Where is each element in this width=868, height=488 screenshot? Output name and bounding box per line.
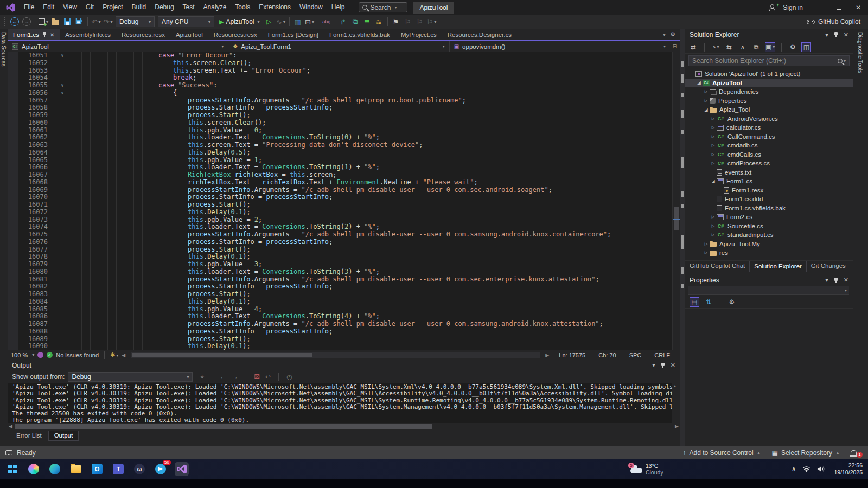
clear-all-icon[interactable]: ☒	[254, 373, 260, 381]
code-map-button[interactable]: ⧉	[349, 16, 361, 28]
bookmark-button[interactable]: ⚑	[390, 16, 402, 28]
tree-expander[interactable]: ▷	[710, 125, 717, 130]
notifications-button[interactable]: 1	[851, 447, 863, 458]
start-without-debugging-button[interactable]: ▷	[263, 16, 275, 28]
select-repository-button[interactable]: ▦ Select Repository ▴	[772, 449, 839, 457]
taskbar-app-visual-studio[interactable]	[175, 462, 189, 476]
preview-selected-icon[interactable]: ◫	[801, 42, 811, 52]
tree-expander[interactable]: ▷	[710, 233, 717, 237]
close-button[interactable]: ✕	[848, 0, 868, 15]
taskbar-app-copilot[interactable]	[27, 462, 41, 476]
menu-debug[interactable]: Debug	[150, 0, 178, 15]
line-ending-indicator[interactable]: CRLF	[648, 352, 676, 358]
sign-in-button[interactable]: ✦ Sign in	[763, 4, 809, 11]
gear-icon[interactable]: ⚙	[670, 31, 675, 38]
tree-item-form1-cs-vbfields-bak[interactable]: Form1.cs.vbfields.bak	[685, 204, 853, 213]
code-line[interactable]: 16074this.loader.Text = Conversions.ToSt…	[8, 223, 672, 231]
tool-tab-solution-explorer[interactable]: Solution Explorer	[749, 261, 807, 272]
track-changes-button[interactable]: ≋	[373, 16, 385, 28]
minimize-button[interactable]: —	[809, 0, 829, 15]
tab-myproject-cs[interactable]: MyProject.cs	[395, 29, 442, 40]
code-cleanup-icon[interactable]: ✱▾	[110, 351, 118, 358]
tree-item-form1-cs[interactable]: ◢Form1.cs	[685, 177, 853, 186]
sync-selection-icon[interactable]: ⇆	[724, 42, 734, 52]
editor-horizontal-scrollbar[interactable]	[131, 352, 540, 358]
word-wrap-icon[interactable]: ↩	[265, 373, 271, 381]
bottom-tab-error-list[interactable]: Error List	[11, 431, 47, 440]
code-line[interactable]: 16070process.StartInfo = processStartInf…	[8, 194, 672, 201]
panel-chevron-icon[interactable]: ▾	[825, 277, 828, 284]
time-stamp-icon[interactable]: ◷	[286, 373, 292, 381]
fold-marker[interactable]: ∨	[55, 52, 69, 60]
save-button[interactable]	[61, 16, 73, 28]
panel-chevron-icon[interactable]: ▾	[652, 362, 655, 369]
menu-help[interactable]: Help	[327, 0, 349, 15]
search-control[interactable]: Search ▾	[359, 2, 407, 12]
tab-apizutool[interactable]: ApizuTool	[170, 29, 208, 40]
navigate-forward-button[interactable]: →	[21, 16, 33, 28]
code-line[interactable]: 16076process.StartInfo = processStartInf…	[8, 239, 672, 246]
tree-item-form2-cs[interactable]: ▷Form2.cs	[685, 213, 853, 222]
spaces-indicator[interactable]: SPC	[623, 352, 648, 358]
tree-item-form1-cs-ddd[interactable]: Form1.cs.ddd	[685, 195, 853, 204]
switch-views-icon[interactable]: ⇄	[688, 42, 698, 52]
solution-configuration-select[interactable]: Debug▾	[116, 16, 155, 27]
next-message-icon[interactable]: →	[232, 373, 238, 381]
pending-changes-filter-icon[interactable]: ◔▾	[711, 42, 720, 52]
code-line[interactable]: 16053this.screen.Text += "Error Occour";	[8, 67, 672, 75]
code-line[interactable]: 16061this.pgb.Value = 0;	[8, 127, 672, 134]
code-line[interactable]: 16065this.pgb.Value = 1;	[8, 157, 672, 164]
tree-expander[interactable]: ▷	[710, 117, 717, 121]
github-copilot-button[interactable]: GitHub Copilot	[807, 18, 868, 25]
taskbar-app-teams[interactable]: T	[111, 462, 125, 476]
new-project-button[interactable]: ▾	[37, 16, 49, 28]
code-health-icon[interactable]	[37, 352, 43, 358]
code-line[interactable]: 16054break;	[8, 74, 672, 82]
code-line[interactable]: 16088process.StartInfo = processStartInf…	[8, 328, 672, 336]
menu-window[interactable]: Window	[295, 0, 327, 15]
code-line[interactable]: 16056∨{	[8, 89, 672, 97]
diagnostic-tools-side-tab[interactable]: Diagnostic Tools	[853, 29, 868, 446]
data-sources-side-tab[interactable]: Data Sources	[0, 29, 8, 446]
clear-bookmarks-button[interactable]: ⚐▾	[426, 16, 438, 28]
code-line[interactable]: 16080this.loader.Text = Conversions.ToSt…	[8, 268, 672, 276]
code-line[interactable]: 16085this.pgb.Value = 4;	[8, 306, 672, 313]
menu-test[interactable]: Test	[178, 0, 199, 15]
pin-icon[interactable]	[834, 32, 838, 37]
code-line[interactable]: 16069processStartInfo.Arguments = "/c ad…	[8, 187, 672, 194]
code-line[interactable]: 16066this.loader.Text = Conversions.ToSt…	[8, 164, 672, 171]
zoom-level-select[interactable]: 100 %	[11, 352, 28, 358]
tray-overflow-chevron-icon[interactable]: ∧	[792, 465, 796, 473]
tree-expander[interactable]: ▷	[703, 99, 710, 103]
start-debugging-button[interactable]: ▶ ApizuTool ▾	[216, 16, 263, 28]
tab-form1-cs-design-[interactable]: Form1.cs [Design]	[263, 29, 324, 40]
tree-item-events-txt[interactable]: events.txt	[685, 168, 853, 177]
code-line[interactable]: 16052this.screen.Clear();	[8, 60, 672, 67]
tab-resources-designer-cs[interactable]: Resources.Designer.cs	[442, 29, 517, 40]
save-all-button[interactable]	[73, 16, 85, 28]
tree-expander[interactable]: ▷	[710, 224, 717, 228]
tree-item-dependencies[interactable]: ▷Dependencies	[685, 87, 853, 97]
tree-item-cmdprocess-cs[interactable]: ▷C#cmdProcess.cs	[685, 159, 853, 168]
properties-wrench-icon[interactable]: ⚙	[788, 42, 797, 52]
panel-close-icon[interactable]: ✕	[844, 277, 848, 284]
code-line[interactable]: 16081processStartInfo.Arguments = "/c ad…	[8, 276, 672, 284]
code-line[interactable]: 16075processStartInfo.Arguments = "/c ad…	[8, 231, 672, 239]
code-line[interactable]: 16071process.Start();	[8, 201, 672, 209]
panel-close-icon[interactable]: ✕	[844, 31, 848, 38]
panel-close-icon[interactable]: ✕	[671, 362, 675, 369]
code-editor[interactable]: 16051∨case "Error Occour":16052this.scre…	[8, 52, 680, 350]
tree-item-apizutool[interactable]: ◢C#ApizuTool	[685, 79, 853, 88]
code-line[interactable]: 16072this.Delay(0.1);	[8, 209, 672, 216]
code-line[interactable]: 16078this.Delay(0.1);	[8, 253, 672, 261]
taskbar-app-start[interactable]	[5, 462, 20, 476]
tree-expander[interactable]: ◢	[703, 107, 710, 112]
find-message-icon[interactable]: ⌖	[200, 373, 204, 381]
code-line[interactable]: 16090this.Delay(0.1);	[8, 343, 672, 350]
menu-analyze[interactable]: Analyze	[199, 0, 231, 15]
tree-expander[interactable]: ◢	[710, 179, 717, 184]
tree-item-apizu-tool-my[interactable]: ▷Apizu_Tool.My	[685, 240, 853, 249]
next-bookmark-button[interactable]: ⚐	[414, 16, 426, 28]
code-line[interactable]: 16084this.Delay(0.1);	[8, 298, 672, 306]
code-line[interactable]: 16058process.StartInfo = processStartInf…	[8, 104, 672, 112]
